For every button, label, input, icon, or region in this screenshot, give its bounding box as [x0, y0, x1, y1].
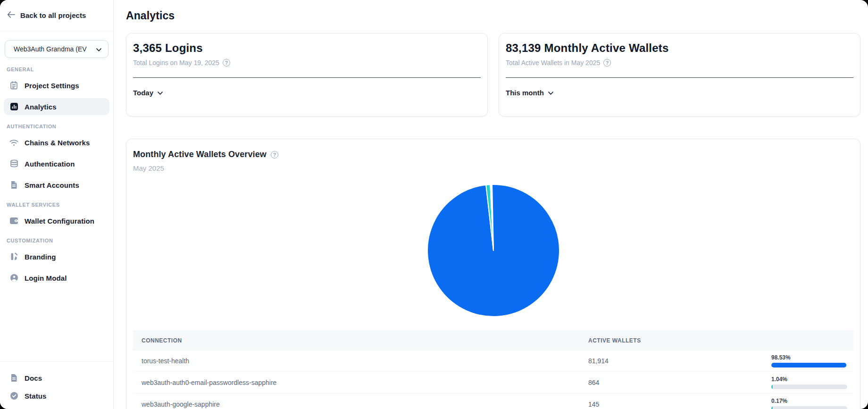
check-circle-icon — [9, 392, 18, 401]
percentage-bar-fill — [771, 406, 773, 409]
sidebar-item-label: Analytics — [25, 103, 57, 111]
chart-title: Monthly Active Wallets Overview — [133, 150, 267, 159]
connection-name: web3auth-google-sapphire — [133, 401, 588, 408]
sidebar-item-chains-networks[interactable]: Chains & Networks — [4, 134, 109, 151]
table-row: web3auth-google-sapphire1450.17% — [133, 393, 853, 409]
stat-cards-row: 3,365 Logins Total Logins on May 19, 202… — [126, 33, 860, 117]
sidebar-item-authentication[interactable]: Authentication — [4, 155, 109, 172]
file-icon — [9, 181, 18, 190]
sidebar: Back to all projects Web3Auth Grandma (E… — [0, 0, 114, 409]
nav-section-label: WALLET SERVICES — [0, 201, 113, 208]
logins-range-dropdown[interactable]: Today — [133, 88, 163, 97]
percentage-label: 1.04% — [771, 376, 847, 383]
active-wallets-value: 81,914 — [588, 357, 771, 365]
percentage-bar-track — [771, 363, 847, 367]
divider — [506, 77, 853, 78]
sidebar-item-label: Branding — [25, 253, 56, 261]
sidebar-footer: DocsStatus — [0, 361, 113, 409]
nav-section: CUSTOMIZATIONBrandingLogin Modal — [0, 237, 113, 286]
sidebar-item-label: Login Modal — [25, 274, 67, 282]
percentage-block: 1.04% — [771, 376, 853, 389]
pie-chart-svg — [426, 183, 561, 318]
brush-icon — [9, 252, 18, 261]
database-icon — [9, 159, 18, 168]
table-row: torus-test-health81,91498.53% — [133, 350, 853, 372]
help-icon[interactable]: ? — [603, 59, 611, 67]
table-row: web3auth-auth0-email-passwordless-sapphi… — [133, 372, 853, 393]
user-circle-icon — [9, 274, 18, 283]
percentage-label: 98.53% — [771, 354, 847, 361]
sidebar-item-login-modal[interactable]: Login Modal — [4, 269, 109, 286]
nav-section-label: CUSTOMIZATION — [0, 237, 113, 244]
pie-chart — [133, 183, 853, 318]
project-selector-dropdown[interactable]: Web3Auth Grandma (EV — [5, 40, 108, 58]
clipboard-icon — [9, 81, 18, 90]
connections-table: CONNECTION ACTIVE WALLETS torus-test-hea… — [133, 331, 853, 409]
active-wallets-value: 864 — [588, 379, 771, 386]
logins-stat-subtitle: Total Logins on May 19, 2025 ? — [133, 59, 481, 67]
sidebar-item-project-settings[interactable]: Project Settings — [4, 77, 109, 94]
maw-stat-card: 83,139 Monthly Active Wallets Total Acti… — [499, 33, 860, 117]
connection-name: web3auth-auth0-email-passwordless-sapphi… — [133, 379, 588, 386]
divider — [133, 77, 481, 78]
nav-section-label: AUTHENTICATION — [0, 123, 113, 130]
logins-stat-value: 3,365 Logins — [133, 42, 481, 55]
docs-icon — [9, 374, 18, 383]
sidebar-item-label: Status — [25, 392, 46, 400]
arrow-left-icon — [7, 11, 15, 20]
help-icon[interactable]: ? — [271, 151, 278, 159]
nav-section: GENERALProject SettingsAnalytics — [0, 66, 113, 115]
percentage-block: 0.17% — [771, 398, 853, 409]
column-header-connection: CONNECTION — [133, 337, 588, 344]
chevron-down-icon — [548, 88, 553, 97]
wifi-icon — [9, 138, 18, 147]
active-wallets-value: 145 — [588, 401, 771, 408]
nav-section: AUTHENTICATIONChains & NetworksAuthentic… — [0, 123, 113, 193]
sidebar-item-branding[interactable]: Branding — [4, 248, 109, 265]
sidebar-footer-status[interactable]: Status — [4, 387, 109, 404]
table-header-row: CONNECTION ACTIVE WALLETS — [133, 331, 853, 350]
nav-section: WALLET SERVICESWallet Configuration — [0, 201, 113, 229]
sidebar-item-wallet-configuration[interactable]: Wallet Configuration — [4, 212, 109, 229]
chart-period: May 2025 — [133, 164, 853, 172]
sidebar-item-label: Authentication — [25, 160, 75, 168]
nav-section-label: GENERAL — [0, 66, 113, 73]
maw-range-dropdown[interactable]: This month — [506, 88, 553, 97]
back-to-projects-label: Back to all projects — [20, 11, 86, 19]
percentage-bar-track — [771, 384, 847, 389]
percentage-label: 0.17% — [771, 398, 847, 404]
sidebar-nav: GENERALProject SettingsAnalyticsAUTHENTI… — [0, 58, 113, 361]
sidebar-item-label: Chains & Networks — [25, 139, 90, 147]
help-icon[interactable]: ? — [223, 59, 230, 67]
percentage-bar-fill — [771, 363, 846, 367]
table-body: torus-test-health81,91498.53%web3auth-au… — [133, 350, 853, 409]
chevron-down-icon — [158, 88, 163, 97]
sidebar-item-label: Project Settings — [25, 82, 79, 90]
sidebar-item-label: Smart Accounts — [25, 181, 79, 189]
percentage-block: 98.53% — [771, 354, 853, 367]
main-content: Analytics 3,365 Logins Total Logins on M… — [114, 0, 868, 409]
sidebar-item-smart-accounts[interactable]: Smart Accounts — [4, 176, 109, 193]
maw-stat-value: 83,139 Monthly Active Wallets — [506, 42, 853, 55]
maw-stat-subtitle: Total Active Wallets in May 2025 ? — [506, 59, 853, 67]
percentage-bar-fill — [771, 384, 773, 389]
project-selector-value: Web3Auth Grandma (EV — [14, 45, 87, 53]
column-header-active-wallets: ACTIVE WALLETS — [588, 337, 771, 344]
sidebar-footer-docs[interactable]: Docs — [4, 369, 109, 386]
logins-stat-card: 3,365 Logins Total Logins on May 19, 202… — [126, 33, 488, 117]
page-title: Analytics — [126, 9, 860, 22]
back-to-projects-button[interactable]: Back to all projects — [0, 0, 113, 31]
chevron-down-icon — [96, 45, 101, 53]
sidebar-item-label: Docs — [25, 374, 42, 382]
monthly-active-wallets-overview-card: Monthly Active Wallets Overview ? May 20… — [126, 139, 860, 409]
connection-name: torus-test-health — [133, 357, 588, 365]
sidebar-item-label: Wallet Configuration — [25, 217, 94, 225]
bar-chart-icon — [9, 102, 18, 111]
app-window: Back to all projects Web3Auth Grandma (E… — [0, 0, 868, 409]
sidebar-item-analytics[interactable]: Analytics — [4, 98, 109, 115]
wallet-icon — [9, 217, 18, 225]
percentage-bar-track — [771, 406, 847, 409]
